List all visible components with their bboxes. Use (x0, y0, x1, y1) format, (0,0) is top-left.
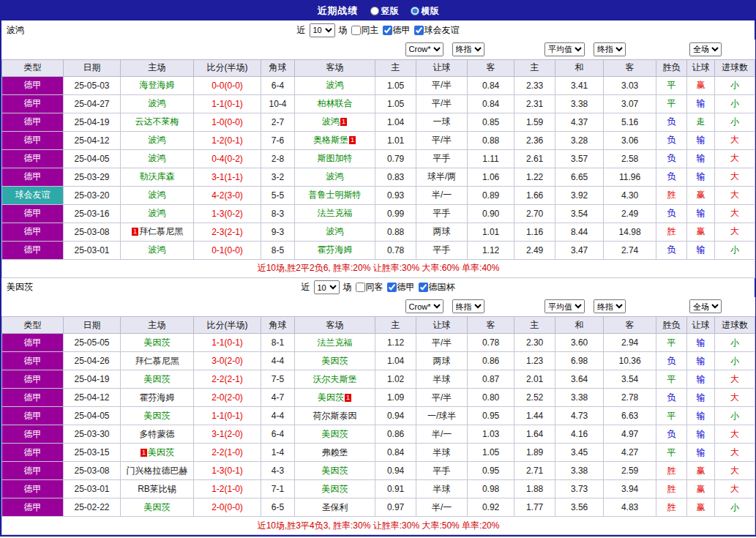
filter-dfb-pokal[interactable]: 德国杯 (419, 281, 455, 294)
away-team-name[interactable]: 柏林联合 (318, 98, 353, 108)
home-team-name[interactable]: RB莱比锡 (138, 484, 176, 494)
result-goals: 小 (715, 334, 755, 352)
away-team-name[interactable]: 波鸿 (326, 171, 344, 182)
home-team-name[interactable]: 波鸿 (149, 208, 166, 218)
avg-kind-select[interactable]: 终指 (594, 299, 626, 313)
avg-draw-odds: 3.28 (555, 131, 604, 149)
home-team-cell: RB莱比锡 (121, 480, 194, 498)
avg-source-select[interactable]: 平均值 (544, 42, 585, 56)
away-team-name[interactable]: 美因茨 (322, 429, 348, 439)
away-team-name[interactable]: 美因茨 (322, 466, 348, 476)
same-home-checkbox[interactable] (351, 26, 361, 35)
match-row: 德甲25-04-26拜仁慕尼黑3-0(2-0)4-4美因茨1.04两球0.861… (2, 352, 755, 370)
filter-same-home[interactable]: 同主 (351, 24, 379, 37)
home-team-name[interactable]: 波鸿 (149, 190, 166, 200)
match-date: 25-03-20 (64, 186, 121, 204)
match-row: 德甲25-04-05波鸿0-4(0-2)2-8斯图加特0.79平手1.112.6… (2, 149, 755, 168)
bundesliga-checkbox[interactable] (383, 26, 392, 35)
home-odds: 0.84 (375, 444, 416, 462)
scope-select[interactable]: 全场 (689, 299, 722, 313)
home-team-name[interactable]: 美因茨 (144, 374, 171, 384)
club-friendly-checkbox[interactable] (414, 26, 424, 35)
away-team-name[interactable]: 斯图加特 (318, 153, 353, 163)
away-team-name[interactable]: 波鸿 (326, 226, 344, 236)
layout-option-horizontal[interactable]: 横版 (411, 5, 439, 18)
home-team-name[interactable]: 多特蒙德 (140, 429, 175, 439)
result-goals: 大 (715, 389, 755, 407)
handicap-line: 两球 (416, 223, 468, 241)
same-away-checkbox[interactable] (356, 283, 365, 292)
home-team-cell: 云达不莱梅 (121, 113, 194, 131)
column-header: 日期 (64, 59, 121, 76)
away-team-name[interactable]: 沃尔夫斯堡 (313, 374, 357, 384)
home-team-name[interactable]: 霍芬海姆 (140, 392, 175, 403)
home-team-name[interactable]: 波鸿 (149, 244, 166, 255)
recent-count-select[interactable]: 10 (310, 23, 335, 37)
home-odds: 1.09 (375, 389, 416, 407)
home-team-name[interactable]: 门兴格拉德巴赫 (127, 466, 188, 476)
home-team-name[interactable]: 波鸿 (149, 98, 166, 108)
scope-select[interactable]: 全场 (689, 42, 722, 56)
away-team-name[interactable]: 圣保利 (322, 502, 348, 512)
recent-count-select[interactable]: 10 (314, 280, 340, 294)
away-odds: 0.95 (468, 462, 514, 480)
column-header: 类型 (2, 317, 64, 334)
result-outcome: 平 (656, 444, 687, 462)
avg-draw-odds: 4.73 (555, 407, 604, 425)
bundesliga-checkbox[interactable] (387, 283, 397, 292)
match-row: 德甲25-04-12霍芬海姆2-0(2-0)4-7美因茨11.09平/半0.80… (2, 389, 755, 407)
home-team-name[interactable]: 波鸿 (149, 135, 166, 145)
away-team-name[interactable]: 法兰克福 (318, 337, 353, 348)
odds-source-select[interactable]: Crow* (405, 42, 444, 56)
club-friendly-label: 球会友谊 (424, 24, 460, 37)
home-odds: 1.12 (375, 334, 416, 352)
column-header: 主 (514, 59, 555, 76)
filter-bundesliga[interactable]: 德甲 (383, 24, 411, 37)
home-team-name[interactable]: 云达不莱梅 (135, 116, 179, 127)
vertical-layout-radio[interactable] (370, 7, 379, 15)
away-team-name[interactable]: 美因茨 (322, 484, 348, 494)
result-goals: 小 (715, 94, 755, 113)
result-goals: 大 (715, 370, 755, 389)
home-team-name[interactable]: 美因茨 (144, 411, 171, 421)
home-team-name[interactable]: 美因茨 (144, 337, 171, 348)
home-team-name[interactable]: 海登海姆 (140, 80, 175, 90)
home-team-name[interactable]: 勒沃库森 (140, 171, 175, 182)
filter-bundesliga[interactable]: 德甲 (387, 281, 415, 294)
away-team-name[interactable]: 奥格斯堡 (313, 135, 348, 145)
column-header: 让球 (416, 317, 468, 334)
home-team-name[interactable]: 拜仁慕尼黑 (135, 356, 179, 366)
corner-score: 4-4 (261, 407, 295, 425)
odds-source-select[interactable]: Crow* (405, 299, 444, 313)
away-team-cell: 弗赖堡 (295, 444, 375, 462)
away-team-name[interactable]: 法兰克福 (318, 208, 353, 218)
avg-source-select[interactable]: 平均值 (544, 299, 585, 313)
corner-score: 2-8 (261, 149, 295, 168)
away-team-cell: 荷尔斯泰因 (295, 407, 375, 425)
avg-kind-select[interactable]: 终指 (594, 42, 626, 56)
away-team-name[interactable]: 荷尔斯泰因 (313, 411, 357, 421)
avg-draw-odds: 3.38 (555, 94, 604, 113)
home-team-name[interactable]: 美因茨 (148, 447, 174, 457)
filter-club-friendly[interactable]: 球会友谊 (414, 24, 460, 37)
layout-option-vertical[interactable]: 竖版 (370, 5, 399, 18)
away-team-name[interactable]: 霍芬海姆 (318, 244, 353, 255)
away-team-name[interactable]: 美因茨 (318, 392, 344, 403)
result-handicap: 输 (687, 389, 715, 407)
filter-same-away[interactable]: 同客 (356, 281, 383, 294)
result-outcome: 负 (656, 352, 687, 370)
home-team-name[interactable]: 波鸿 (149, 153, 166, 163)
away-team-name[interactable]: 美因茨 (322, 356, 348, 366)
away-team-name[interactable]: 波鸿 (326, 80, 344, 90)
dfb-pokal-checkbox[interactable] (419, 283, 428, 292)
match-row: 德甲25-03-30多特蒙德3-1(2-0)6-4美因茨0.86半/一1.031… (2, 425, 755, 444)
away-team-name[interactable]: 波鸿 (322, 116, 340, 127)
away-team-name[interactable]: 普鲁士明斯特 (309, 190, 362, 200)
odds-kind-select[interactable]: 终指 (452, 299, 484, 313)
home-team-name[interactable]: 美因茨 (144, 502, 171, 512)
horizontal-layout-radio[interactable] (411, 7, 419, 15)
home-team-name[interactable]: 拜仁慕尼黑 (139, 226, 183, 236)
away-team-name[interactable]: 弗赖堡 (322, 447, 348, 457)
result-goals: 大 (715, 462, 755, 480)
odds-kind-select[interactable]: 终指 (452, 42, 484, 56)
